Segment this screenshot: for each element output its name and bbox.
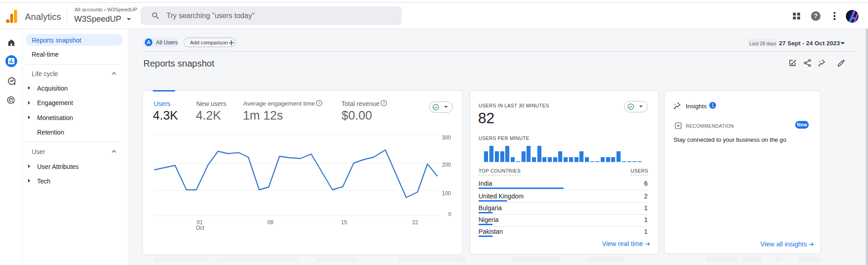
svg-text:?: ? bbox=[318, 101, 320, 106]
svg-text:?: ? bbox=[383, 101, 385, 106]
